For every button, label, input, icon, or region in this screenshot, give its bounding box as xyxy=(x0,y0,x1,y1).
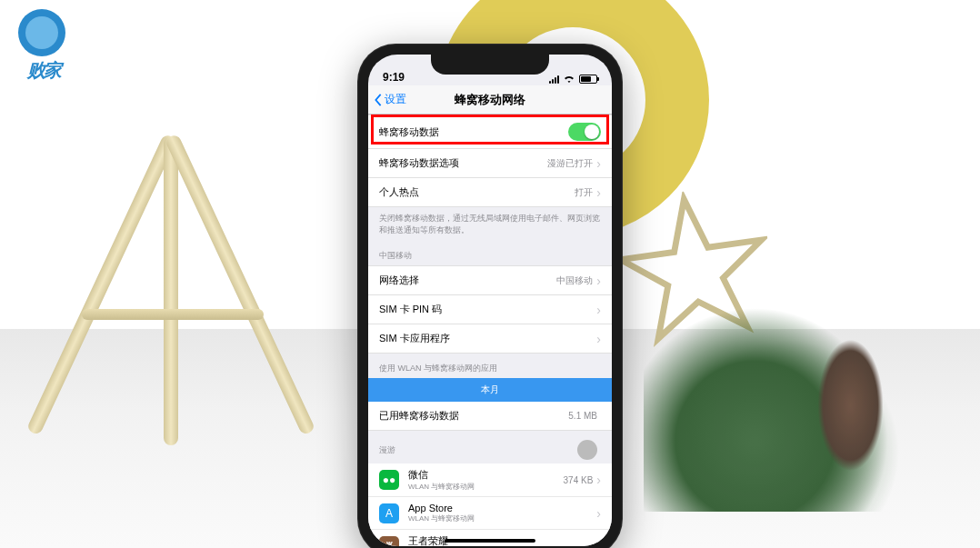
page-title: 蜂窝移动网络 xyxy=(455,92,525,108)
footer-text: 关闭蜂窝移动数据，通过无线局域网使用电子邮件、网页浏览和推送通知等所有数据。 xyxy=(368,207,612,241)
pine-prop xyxy=(644,275,962,512)
chevron-left-icon xyxy=(374,94,383,106)
row-usage[interactable]: 已用蜂窝移动数据 5.1 MB xyxy=(368,402,612,431)
row-cellular-data[interactable]: 蜂窝移动数据 xyxy=(368,115,612,149)
row-sim-pin[interactable]: SIM 卡 PIN 码 › xyxy=(368,295,612,324)
row-value: 打开 xyxy=(575,186,593,199)
iphone-screen: 9:19 设置 蜂窝移动网络 蜂窝移动数据 蜂窝移动数据选项 漫游已打开 xyxy=(368,55,612,546)
wechat-icon: ●● xyxy=(379,470,399,490)
app-value: 374 KB xyxy=(564,475,594,485)
wangzhe-icon: ♜ xyxy=(379,536,399,546)
chevron-right-icon: › xyxy=(596,157,601,170)
chevron-right-icon: › xyxy=(596,304,601,316)
row-label: 网络选择 xyxy=(379,274,556,287)
battery-icon xyxy=(579,75,597,84)
section-header-usage: 使用 WLAN 与蜂窝移动网的应用 xyxy=(368,354,612,378)
notch xyxy=(431,55,549,75)
status-time: 9:19 xyxy=(383,71,405,84)
cellular-data-toggle[interactable] xyxy=(568,123,601,141)
row-label: SIM 卡应用程序 xyxy=(379,332,596,345)
easel-prop xyxy=(55,136,282,500)
chevron-right-icon: › xyxy=(596,186,601,199)
row-hotspot[interactable]: 个人热点 打开 › xyxy=(368,178,612,207)
iphone-frame: 9:19 设置 蜂窝移动网络 蜂窝移动数据 蜂窝移动数据选项 漫游已打开 xyxy=(357,44,623,548)
app-name: App Store xyxy=(408,503,596,513)
appstore-icon: A xyxy=(379,503,399,523)
overlay-circle-icon xyxy=(577,440,597,460)
row-label: 已用蜂窝移动数据 xyxy=(379,409,568,423)
app-sub: WLAN 与蜂窝移动网 xyxy=(408,482,564,492)
month-bar[interactable]: 本月 xyxy=(368,378,612,402)
watermark-logo: 败家 xyxy=(18,9,69,91)
settings-scroll[interactable]: 蜂窝移动数据 蜂窝移动数据选项 漫游已打开 › 个人热点 打开 › 关闭蜂窝移动… xyxy=(368,115,612,546)
row-network-select[interactable]: 网络选择 中国移动 › xyxy=(368,265,612,295)
chevron-right-icon: › xyxy=(596,333,601,345)
nav-bar: 设置 蜂窝移动网络 xyxy=(368,85,612,115)
section-header-carrier: 中国移动 xyxy=(368,241,612,265)
app-name: 微信 xyxy=(408,468,564,482)
chevron-right-icon: › xyxy=(596,274,601,287)
row-sim-apps[interactable]: SIM 卡应用程序 › xyxy=(368,324,612,354)
back-button[interactable]: 设置 xyxy=(374,92,406,107)
section-header-roam: 漫游 xyxy=(379,444,395,456)
chevron-right-icon: › xyxy=(596,473,601,486)
row-cellular-options[interactable]: 蜂窝移动数据选项 漫游已打开 › xyxy=(368,149,612,178)
app-row-appstore[interactable]: A App StoreWLAN 与蜂窝移动网 › xyxy=(368,497,612,530)
app-sub: WLAN 与蜂窝移动网 xyxy=(408,513,596,523)
row-label: 个人热点 xyxy=(379,185,575,199)
row-value: 5.1 MB xyxy=(568,411,597,421)
signal-icon xyxy=(549,75,559,84)
row-value: 中国移动 xyxy=(556,274,593,287)
chevron-right-icon: › xyxy=(596,507,601,520)
wifi-icon xyxy=(563,75,575,84)
home-indicator[interactable] xyxy=(445,539,535,543)
row-label: SIM 卡 PIN 码 xyxy=(379,303,596,316)
app-row-wechat[interactable]: ●● 微信WLAN 与蜂窝移动网 374 KB › xyxy=(368,463,612,497)
chevron-right-icon: › xyxy=(596,540,601,546)
row-label: 蜂窝移动数据选项 xyxy=(379,156,547,170)
row-label: 蜂窝移动数据 xyxy=(379,125,568,139)
row-value: 漫游已打开 xyxy=(547,157,593,170)
